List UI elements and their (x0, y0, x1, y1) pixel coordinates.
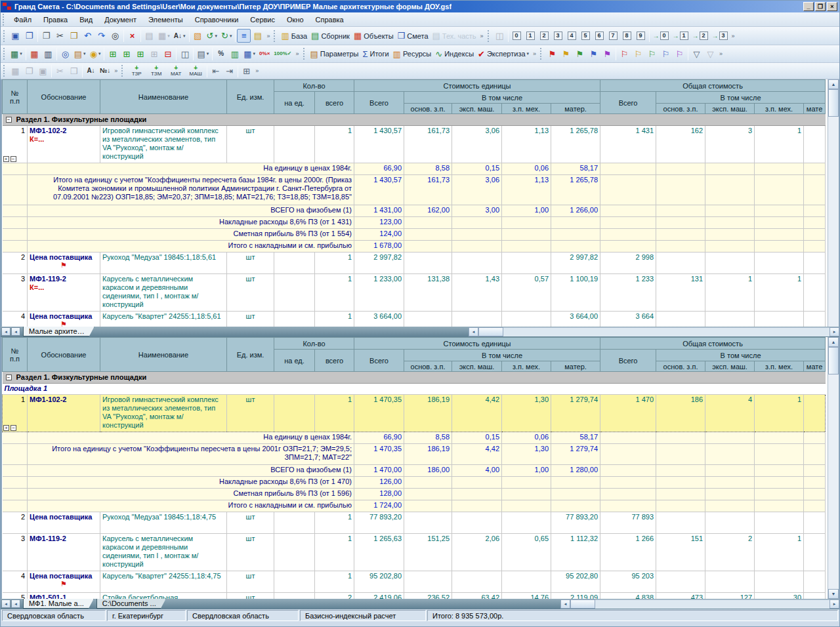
collapse-icon[interactable]: − (10, 156, 16, 162)
cell-bval[interactable]: 8,58 (404, 432, 452, 444)
subsection-title[interactable]: Площадка 1 (3, 384, 826, 395)
sort-az-button[interactable]: А↓ (84, 64, 98, 78)
calculator-button[interactable]: ▥ (41, 47, 55, 61)
cell-bval[interactable] (804, 432, 826, 444)
cell-bval[interactable] (755, 465, 804, 477)
cell-slabel[interactable]: На единицу в ценах 1984г. (28, 163, 354, 175)
minimize-button[interactable]: _ (803, 2, 814, 11)
cell-bval[interactable] (804, 489, 826, 500)
cell-unit[interactable]: шт (227, 593, 274, 599)
cell-bval[interactable] (502, 229, 551, 241)
cell-qty[interactable]: 1 (315, 395, 354, 432)
cell-tval[interactable] (502, 512, 551, 534)
cell-tval[interactable] (804, 126, 826, 163)
cell-tval[interactable] (705, 312, 755, 327)
cell-bval[interactable] (404, 477, 452, 489)
hscroll-left-icon[interactable]: ◂ (469, 327, 478, 336)
cell-tval[interactable]: 77 893,20 (354, 512, 404, 534)
cell-tval[interactable]: 1 233 (600, 274, 656, 312)
cell-tval[interactable] (404, 512, 452, 534)
bottom-horizontal-scrollbar[interactable]: ◂ ▸ (560, 599, 839, 609)
cell-just[interactable]: Цена поставщика⚑ (28, 253, 100, 274)
cell-num[interactable]: 2 (3, 253, 28, 274)
cell-bval[interactable]: 1 430,57 (354, 175, 404, 205)
cell-bval[interactable] (755, 229, 804, 241)
cell-tval[interactable]: 4 838 (600, 593, 656, 599)
menu-document[interactable]: Документ (98, 14, 142, 26)
restore-button[interactable]: ❐ (815, 2, 826, 11)
cell-name[interactable]: Рукоход "Медуза" 19845:1,18:4,75 (100, 512, 227, 534)
scroll-thumb[interactable] (828, 347, 839, 374)
goto-level-9-button[interactable]: 9 (634, 29, 648, 43)
toolbar-grip[interactable] (3, 65, 6, 77)
cell-tval[interactable] (452, 512, 502, 534)
cell-bval[interactable]: 1,13 (502, 175, 551, 205)
flag-violet-button[interactable]: ⚑ (600, 47, 614, 61)
expand-icon[interactable]: + (3, 156, 9, 162)
renumber-button[interactable]: №↓ (98, 64, 112, 78)
add-child-button[interactable]: ⊞ (133, 47, 147, 61)
cell-num[interactable]: 2 (3, 512, 28, 534)
cell-bval[interactable] (551, 500, 600, 512)
cell-tval[interactable]: 1 233,00 (354, 274, 404, 312)
cell-tval[interactable] (404, 312, 452, 327)
cell-sumnum[interactable] (3, 163, 28, 175)
view-grid-button[interactable]: ▦▾ (156, 29, 172, 43)
flag-filter-violet-button[interactable]: ⚐ (673, 47, 686, 61)
cell-num[interactable]: 3 (3, 274, 28, 312)
cell-tval[interactable]: 95 202,80 (354, 571, 404, 593)
section-title[interactable]: −Раздел 1. Физкультурные площадки (3, 372, 826, 384)
cell-bval[interactable] (551, 489, 600, 500)
collapse-icon[interactable]: − (10, 425, 16, 431)
cell-bval[interactable] (656, 205, 705, 217)
objects-button[interactable]: ▦Объекты (352, 29, 396, 43)
cell-tval[interactable] (705, 571, 755, 593)
cell-unit[interactable]: шт (227, 126, 274, 163)
save-button[interactable]: ▣ (9, 29, 22, 43)
cell-bval[interactable]: 123,00 (354, 217, 404, 229)
cell-qty[interactable] (274, 126, 315, 163)
cell-bval[interactable]: 58,17 (551, 432, 600, 444)
copy-button[interactable]: ❐ (39, 29, 53, 43)
cell-slabel[interactable]: Сметная прибыль 8% ПЗ (от 1 596) (28, 489, 354, 500)
cell-bval[interactable] (705, 432, 755, 444)
cell-bval[interactable]: 1 470,00 (354, 465, 404, 477)
cell-qty[interactable] (274, 571, 315, 593)
cell-tval[interactable]: 1,30 (502, 395, 551, 432)
cell-bval[interactable] (551, 477, 600, 489)
collapse-section-icon[interactable]: − (6, 374, 12, 380)
cell-slabel[interactable]: Итого на единицу с учетом "Коэффициенты … (28, 444, 354, 465)
cell-qty[interactable] (274, 512, 315, 534)
cell-slabel[interactable]: Сметная прибыль 8% ПЗ (от 1 554) (28, 229, 354, 241)
cell-tval[interactable] (804, 593, 826, 599)
hscroll-thumb[interactable] (570, 599, 595, 609)
cell-bval[interactable] (656, 163, 705, 175)
cell-qty[interactable]: 1 (315, 512, 354, 534)
cell-tval[interactable]: 127 (705, 593, 755, 599)
add-tzr-button[interactable]: +ТЗР (127, 64, 146, 79)
cell-tval[interactable]: 162 (656, 126, 705, 163)
cell-bval[interactable]: 0,15 (452, 432, 502, 444)
cell-bval[interactable]: 0,06 (502, 163, 551, 175)
sort-button[interactable]: А↓▾ (172, 29, 188, 43)
cell-sumnum[interactable] (3, 175, 28, 205)
cell-qty[interactable]: 1 (315, 274, 354, 312)
cell-bval[interactable] (452, 241, 502, 253)
cell-tval[interactable] (804, 274, 826, 312)
cell-bval[interactable] (755, 444, 804, 465)
folder-refresh-button[interactable]: ▧ (191, 29, 205, 43)
document-tab-active[interactable]: МФ1. Малые а... (23, 599, 94, 609)
cell-tval[interactable]: 151,25 (404, 534, 452, 571)
cell-bval[interactable] (804, 241, 826, 253)
cell-name[interactable]: Игровой гимнастический комплекс из метал… (100, 126, 227, 163)
cell-bval[interactable]: 0,15 (452, 163, 502, 175)
cell-bval[interactable] (600, 205, 656, 217)
goto-level-3-button[interactable]: 3 (551, 29, 565, 43)
cell-tval[interactable]: 3 (705, 126, 755, 163)
tab-scroll-left-icon[interactable]: ◂ (1, 327, 10, 336)
cell-name[interactable]: Игровой гимнастический комплекс из метал… (100, 395, 227, 432)
cell-tval[interactable]: 3 664 (600, 312, 656, 327)
cell-bval[interactable] (755, 175, 804, 205)
cell-bval[interactable]: 186,19 (404, 444, 452, 465)
cell-bval[interactable]: 161,73 (404, 175, 452, 205)
